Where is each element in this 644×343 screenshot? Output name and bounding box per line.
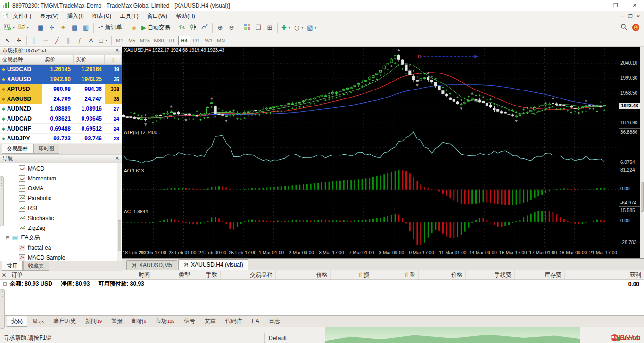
tree-expander-icon[interactable]: ⊟	[6, 235, 9, 240]
fibonacci-tool[interactable]: ƒ	[74, 35, 85, 46]
mdi-minimize-button[interactable]: ─	[621, 14, 625, 19]
navigator-tab[interactable]: 收藏夹	[23, 261, 49, 271]
atr-pane[interactable]: ATR(5) 12.7400	[122, 129, 619, 167]
profiles-button[interactable]: ▾	[17, 23, 31, 33]
terminal-tab[interactable]: 信号	[180, 316, 199, 326]
timeframe-h1[interactable]: H1	[166, 36, 178, 45]
terminal-column-header[interactable]: 交易品种	[221, 270, 276, 279]
price-scale-atr[interactable]: 36.88866.0754	[619, 129, 640, 166]
metaeditor-button[interactable]: ◈	[128, 23, 140, 33]
terminal-tab[interactable]: 邮箱6	[128, 316, 150, 326]
market-watch-column-header[interactable]: 买价	[74, 55, 105, 64]
zoom-in-button[interactable]: ⊕	[215, 23, 226, 33]
line-chart-button[interactable]	[199, 23, 210, 33]
terminal-column-header[interactable]: 手数	[193, 270, 221, 279]
mdi-restore-button[interactable]: ❐	[628, 14, 633, 19]
terminal-tab[interactable]: 展示	[28, 316, 48, 326]
dock-grip[interactable]	[0, 176, 4, 226]
price-scale-main[interactable]: 2040.101999.301958.501876.901923.43	[619, 47, 640, 129]
templates-button[interactable]: ▧▾	[305, 23, 318, 33]
timeframe-m30[interactable]: M30	[152, 36, 165, 45]
terminal-column-header[interactable]: 手续费	[466, 270, 515, 279]
terminal-column-header[interactable]: 止损	[331, 270, 372, 279]
price-scale-ao[interactable]: 81.2240.00-64.974	[619, 166, 640, 207]
terminal-tab[interactable]: 新闻19	[81, 316, 106, 326]
timeframe-d1[interactable]: D1	[190, 36, 203, 45]
trendline-tool[interactable]: ╱	[51, 35, 63, 46]
timeframe-m1[interactable]: M1	[114, 36, 126, 45]
navigator-item-stochastic[interactable]: Stochastic	[0, 213, 122, 223]
terminal-tab[interactable]: 文章	[200, 316, 220, 326]
market-watch-row-xauusd[interactable]: ◆XAUUSD1942.901943.2535	[0, 74, 122, 84]
terminal-column-header[interactable]: 价格	[276, 270, 331, 279]
market-watch-column-header[interactable]: !	[105, 55, 122, 64]
candlestick-chart-button[interactable]	[188, 23, 199, 33]
orders-list-area[interactable]	[0, 288, 644, 315]
scrollbar-thumb[interactable]	[118, 220, 121, 251]
terminal-tab[interactable]: 账户历史	[49, 316, 80, 326]
dropdown-arrow-icon[interactable]: ▾	[315, 25, 317, 30]
channel-tool[interactable]: ∥	[63, 35, 74, 46]
data-window-toggle[interactable]: ✛	[46, 23, 58, 33]
timeframe-m5[interactable]: M5	[126, 36, 138, 45]
market-watch-titlebar[interactable]: 市场报价: 05:52:53 ✕	[0, 47, 122, 55]
terminal-tab[interactable]: 交易	[7, 316, 27, 327]
timeframe-m15[interactable]: M15	[138, 36, 152, 45]
market-watch-column-header[interactable]: 卖价	[42, 55, 74, 64]
market-watch-row-audcad[interactable]: ◆AUDCAD0.936210.9364524	[0, 114, 122, 124]
navigator-item-ea-group[interactable]: ⊟EA交易	[0, 233, 122, 243]
main-chart-pane[interactable]: XAUUSD,H4 1922.17 1924.68 1919.49 1923.4…	[122, 47, 619, 129]
timeframe-w1[interactable]: W1	[203, 36, 215, 45]
menu-item[interactable]: 图表(C)	[88, 11, 116, 21]
zoom-out-button[interactable]: ⊖	[226, 23, 237, 33]
market-watch-close-icon[interactable]: ✕	[115, 48, 119, 54]
dropdown-arrow-icon[interactable]: ▾	[27, 25, 29, 30]
status-profile[interactable]: Default	[265, 333, 327, 343]
navigator-item-parabolic[interactable]: Parabolic	[0, 193, 122, 203]
crosshair-tool[interactable]: ✛	[13, 35, 25, 46]
chart-vertical-scrollbar[interactable]	[640, 47, 644, 258]
terminal-column-header[interactable]: 时间	[108, 270, 153, 279]
timeframe-h4[interactable]: H4	[178, 36, 190, 45]
date-axis[interactable]: 18 Feb 202221 Feb 17:0023 Feb 01:0024 Fe…	[122, 248, 619, 258]
maximize-button[interactable]: ❐	[606, 0, 625, 11]
minimize-button[interactable]: ─	[587, 0, 606, 11]
terminal-tab[interactable]: 代码库	[221, 316, 247, 326]
chart-tab[interactable]: XAUUSD,H4 (visual)	[178, 259, 248, 270]
notification-badge[interactable]: 1	[632, 24, 639, 31]
tile-windows-button[interactable]	[241, 23, 253, 33]
market-watch-row-usdcad[interactable]: ◆USDCAD1.261451.2616419	[0, 65, 122, 74]
cursor-tool[interactable]: ↖	[2, 35, 13, 46]
dropdown-arrow-icon[interactable]: ▾	[289, 25, 290, 30]
accelerator-pane[interactable]: AC -1.3844	[122, 208, 619, 248]
terminal-column-header[interactable]: 订单	[8, 270, 108, 279]
market-watch-row-audchf[interactable]: ◆AUDCHF0.694880.6951224	[0, 124, 122, 134]
indicators-button[interactable]: ✚▾	[280, 23, 292, 33]
close-button[interactable]: ✕	[625, 0, 644, 11]
menu-item[interactable]: 窗口(W)	[143, 11, 172, 21]
dropdown-arrow-icon[interactable]: ▾	[106, 38, 107, 42]
terminal-toggle[interactable]: ▤	[69, 23, 80, 33]
search-button[interactable]	[618, 23, 629, 33]
terminal-column-header[interactable]: 获利	[565, 270, 644, 279]
terminal-column-header[interactable]: 类型	[153, 270, 193, 279]
navigator-item-momentum[interactable]: Momentum	[0, 173, 122, 183]
menu-item[interactable]: 工具(T)	[116, 11, 142, 21]
navigator-item-macd[interactable]: MACD	[0, 163, 122, 173]
new-order-button[interactable]: 新订单	[96, 23, 124, 33]
market-watch-column-header[interactable]: 交易品种	[0, 55, 42, 64]
cascade-windows-button[interactable]: ❐	[253, 23, 264, 33]
menu-item[interactable]: 文件(F)	[8, 11, 35, 21]
market-watch-row-audnzd[interactable]: ◆AUDNZD1.088891.0891627	[0, 104, 122, 114]
menu-item[interactable]: 帮助(H)	[172, 11, 199, 21]
navigator-item-macd-sample[interactable]: MACD Sample	[0, 253, 122, 261]
autotrade-button[interactable]: ▶自动交易	[140, 23, 172, 33]
dock-grip[interactable]	[0, 289, 5, 329]
market-watch-toggle[interactable]: ▦	[35, 23, 46, 33]
arrange-windows-button[interactable]: ⊞	[264, 23, 275, 33]
menu-item[interactable]: 显示(V)	[35, 11, 63, 21]
bar-chart-button[interactable]	[176, 23, 188, 33]
market-watch-row-xagusd[interactable]: ◆XAGUSD24.70924.74738	[0, 94, 122, 104]
horizontal-line-tool[interactable]: ─	[40, 35, 51, 46]
terminal-close-icon[interactable]: ✕	[0, 270, 8, 279]
